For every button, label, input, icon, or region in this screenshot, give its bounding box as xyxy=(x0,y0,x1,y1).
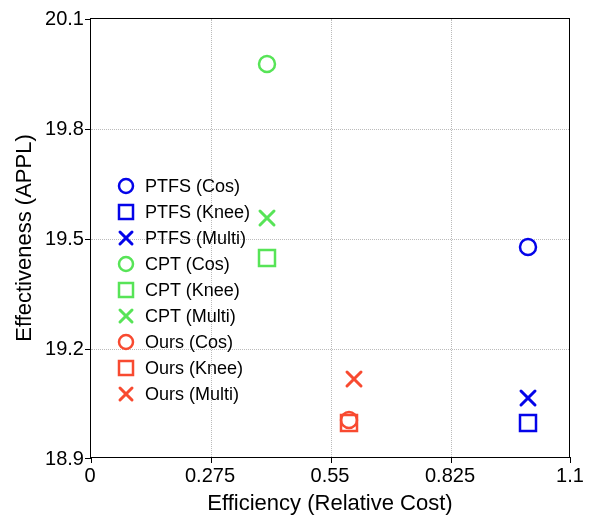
legend-entry: PTFS (Knee) xyxy=(115,199,250,225)
plot-area: PTFS (Cos)PTFS (Knee) PTFS (Multi)CPT (C… xyxy=(90,18,570,458)
xtick-label: 0.825 xyxy=(425,464,475,487)
svg-line-2 xyxy=(521,391,535,405)
legend-label: CPT (Knee) xyxy=(145,279,240,301)
circle-icon xyxy=(115,175,137,197)
legend-label: Ours (Cos) xyxy=(145,331,233,353)
xtick xyxy=(211,457,212,463)
legend-entry: CPT (Multi) xyxy=(115,303,250,329)
ytick-label: 19.8 xyxy=(0,117,84,140)
svg-rect-5 xyxy=(259,250,275,266)
svg-rect-21 xyxy=(119,361,133,375)
legend-entry: PTFS (Multi) xyxy=(115,225,250,251)
svg-line-6 xyxy=(260,211,274,225)
svg-rect-9 xyxy=(341,415,357,431)
svg-point-20 xyxy=(119,335,133,349)
ytick xyxy=(85,349,91,350)
ytick-label: 19.2 xyxy=(0,337,84,360)
legend-label: Ours (Knee) xyxy=(145,357,243,379)
svg-line-11 xyxy=(347,372,361,386)
legend-label: CPT (Multi) xyxy=(145,305,236,327)
ytick-label: 19.5 xyxy=(0,227,84,250)
ytick xyxy=(85,239,91,240)
legend: PTFS (Cos)PTFS (Knee) PTFS (Multi)CPT (C… xyxy=(115,173,250,407)
square-icon xyxy=(115,279,137,301)
xtick xyxy=(331,457,332,463)
ytick-label: 18.9 xyxy=(0,447,84,470)
svg-line-3 xyxy=(521,391,535,405)
svg-rect-1 xyxy=(520,415,536,431)
ytick-label: 20.1 xyxy=(0,7,84,30)
legend-entry: CPT (Knee) xyxy=(115,277,250,303)
square-icon xyxy=(115,357,137,379)
data-point xyxy=(257,208,275,226)
xtick-label: 0.275 xyxy=(185,464,235,487)
legend-label: PTFS (Cos) xyxy=(145,175,240,197)
legend-entry: CPT (Cos) xyxy=(115,251,250,277)
svg-point-0 xyxy=(520,239,536,255)
legend-entry: Ours (Knee) xyxy=(115,355,250,381)
ytick xyxy=(85,19,91,20)
legend-label: PTFS (Knee) xyxy=(145,201,250,223)
circle-icon xyxy=(115,331,137,353)
data-point xyxy=(344,369,362,387)
xtick-label: 0.55 xyxy=(311,464,350,487)
chart-container: Effectiveness (APPL) Efficiency (Relativ… xyxy=(0,0,594,520)
data-point xyxy=(518,388,536,406)
x-icon xyxy=(115,305,137,327)
data-point xyxy=(257,248,275,266)
gridline-v xyxy=(331,19,332,457)
legend-entry: Ours (Multi) xyxy=(115,381,250,407)
legend-entry: Ours (Cos) xyxy=(115,329,250,355)
ytick xyxy=(85,458,91,459)
svg-point-8 xyxy=(341,412,357,428)
legend-label: Ours (Multi) xyxy=(145,383,239,405)
data-point xyxy=(339,413,357,431)
square-icon xyxy=(115,201,137,223)
gridline-h xyxy=(91,129,569,130)
circle-icon xyxy=(115,253,137,275)
x-axis-label: Efficiency (Relative Cost) xyxy=(207,490,452,516)
svg-line-7 xyxy=(260,211,274,225)
legend-entry: PTFS (Cos) xyxy=(115,173,250,199)
legend-label: CPT (Cos) xyxy=(145,253,230,275)
svg-rect-17 xyxy=(119,283,133,297)
svg-line-10 xyxy=(347,372,361,386)
xtick-label: 1.1 xyxy=(556,464,584,487)
x-icon xyxy=(115,383,137,405)
xtick xyxy=(451,457,452,463)
data-point xyxy=(518,237,536,255)
ytick xyxy=(85,129,91,130)
svg-point-16 xyxy=(119,257,133,271)
svg-rect-13 xyxy=(119,205,133,219)
svg-point-4 xyxy=(259,56,275,72)
xtick xyxy=(91,457,92,463)
xtick-label: 0 xyxy=(84,464,95,487)
data-point xyxy=(518,413,536,431)
data-point xyxy=(339,410,357,428)
data-point xyxy=(257,54,275,72)
gridline-v xyxy=(451,19,452,457)
x-icon xyxy=(115,227,137,249)
xtick xyxy=(570,457,571,463)
legend-label: PTFS (Multi) xyxy=(145,227,246,249)
svg-point-12 xyxy=(119,179,133,193)
